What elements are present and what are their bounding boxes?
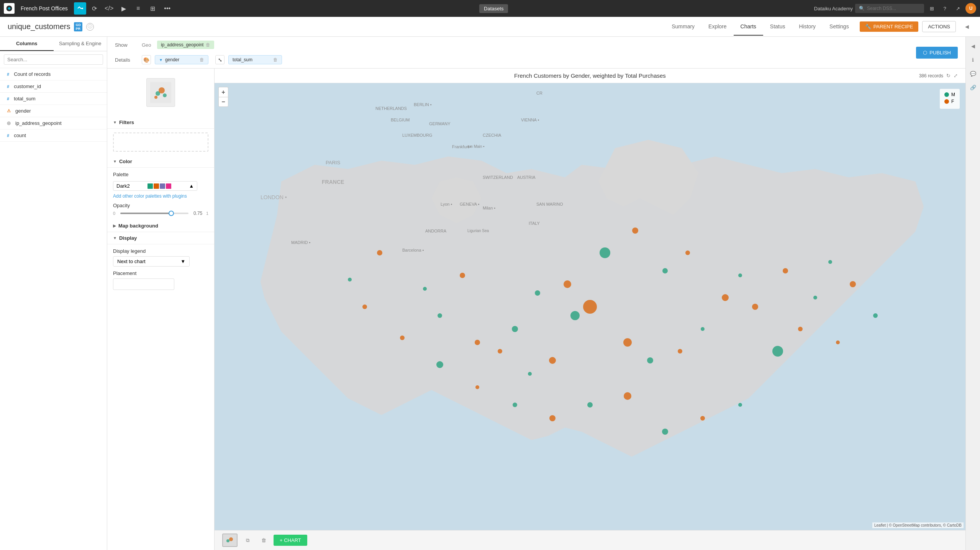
publish-icon: ⬡ — [923, 50, 927, 56]
zoom-out-button[interactable]: − — [218, 97, 228, 107]
publish-button[interactable]: ⬡ PUBLISH — [916, 47, 958, 59]
help-icon[interactable]: ? — [939, 3, 950, 14]
collapse-right-icon[interactable]: ◀ — [962, 21, 972, 32]
trash-icon[interactable]: 🗑 — [206, 42, 210, 47]
jobs-icon[interactable]: ≡ — [132, 2, 144, 15]
chart-main: French Customers by Gender, weighted by … — [215, 69, 965, 550]
chart-thumbnail[interactable] — [146, 78, 175, 107]
map-background-section-header[interactable]: ▶ Map background — [107, 220, 214, 232]
dataset-title: unique_customers — [8, 22, 70, 31]
size-field-tag[interactable]: total_sum 🗑 — [228, 55, 282, 64]
color-label: Color — [119, 159, 132, 164]
geo-icon: ◎ — [5, 120, 12, 126]
svg-point-10 — [229, 537, 233, 541]
filters-section-header[interactable]: ▼ Filters — [107, 116, 214, 129]
list-item[interactable]: ⚠ gender — [0, 105, 107, 117]
zoom-controls: + − — [218, 87, 228, 107]
trend-icon[interactable]: ↗ — [952, 3, 963, 14]
palette-name: Dark2 — [116, 183, 130, 189]
attribution-text: Leaflet | © OpenStreetMap contributors, … — [874, 523, 962, 527]
opacity-slider-container: 0 0.75 1 — [113, 211, 208, 216]
opacity-row: Opacity 0 0.75 1 — [113, 203, 208, 216]
column-name: count — [14, 133, 26, 138]
legend-item-f: F — [944, 99, 955, 104]
color-swatch — [154, 183, 159, 189]
transform-icon[interactable]: ⟳ — [88, 2, 101, 15]
delete-chart-icon[interactable]: 🗑 — [257, 534, 270, 547]
opacity-thumb[interactable] — [169, 211, 174, 216]
tab-columns[interactable]: Columns — [0, 37, 54, 51]
list-item[interactable]: # customer_id — [0, 80, 107, 93]
chart-settings-panel: ▼ Filters ▼ Color Palette Dark2 — [107, 69, 215, 550]
list-item[interactable]: ◎ ip_address_geopoint — [0, 117, 107, 129]
tab-sampling[interactable]: Sampling & Engine — [54, 37, 107, 51]
screens-icon[interactable]: ⊞ — [147, 2, 159, 15]
palette-row: Palette — [113, 172, 208, 177]
recipe-icon: 🔧 — [865, 24, 871, 29]
more-icon[interactable]: ••• — [161, 2, 174, 15]
add-chart-button[interactable]: + CHART — [274, 535, 307, 546]
chart-config-bar: Show Geo ip_address_geopoint 🗑 Details 🎨… — [107, 37, 965, 69]
map-svg — [215, 83, 965, 530]
tab-history[interactable]: History — [792, 18, 823, 36]
copy-chart-icon[interactable]: ⧉ — [241, 534, 254, 547]
datasets-button[interactable]: Datasets — [479, 4, 508, 13]
avatar[interactable]: U — [965, 3, 976, 14]
column-name: Count of records — [14, 71, 51, 77]
trash-icon[interactable]: 🗑 — [200, 57, 204, 62]
color-field-tag[interactable]: ▼ gender 🗑 — [155, 55, 208, 64]
run-icon[interactable]: ▶ — [118, 2, 130, 15]
display-section-header[interactable]: ▼ Display — [107, 232, 214, 244]
add-palette-link[interactable]: Add other color palettes with plugins — [113, 193, 187, 199]
palette-colors — [147, 183, 171, 189]
tab-summary[interactable]: Summary — [665, 18, 701, 36]
right-panel-icon-4[interactable]: 🔗 — [968, 82, 978, 93]
fullscreen-icon[interactable]: ⤢ — [954, 73, 958, 79]
map-container[interactable]: NETHERLANDS BERLIN • BELGIUM GERMANY LUX… — [215, 83, 965, 530]
warning-icon: ⚠ — [5, 108, 12, 114]
svg-point-6 — [154, 96, 157, 99]
search-input[interactable] — [867, 6, 921, 11]
opacity-slider[interactable] — [120, 213, 188, 214]
code-icon[interactable]: </> — [103, 2, 115, 15]
trash-icon[interactable]: 🗑 — [273, 57, 278, 62]
app-logo[interactable] — [4, 3, 15, 14]
chevron-down-icon: ▼ — [180, 259, 185, 264]
svg-point-5 — [163, 93, 167, 97]
refresh-icon[interactable]: ↻ — [946, 73, 951, 79]
tab-charts[interactable]: Charts — [734, 18, 763, 36]
tab-settings[interactable]: Settings — [823, 18, 856, 36]
filter-drop-zone — [113, 133, 208, 152]
details-row: Details 🎨 ▼ gender 🗑 ⤡ total_sum 🗑 — [115, 55, 908, 64]
grid-icon[interactable]: ⊞ — [926, 3, 937, 14]
palette-selector[interactable]: Dark2 ▲ — [113, 181, 197, 191]
info-icon[interactable]: ⓘ — [86, 23, 94, 31]
chart-thumbnail-small[interactable] — [222, 534, 238, 547]
geo-label: Geo — [142, 42, 153, 48]
geo-field-tag[interactable]: ip_address_geopoint 🗑 — [157, 41, 214, 49]
list-item[interactable]: # count — [0, 129, 107, 142]
placement-selector[interactable] — [113, 278, 174, 290]
chevron-down-icon: ▲ — [189, 183, 194, 189]
zoom-in-button[interactable]: + — [218, 87, 228, 97]
legend-color-f — [944, 99, 949, 104]
right-panel-icon-3[interactable]: 💬 — [968, 68, 978, 79]
gdpr-badge: GDPR — [74, 22, 82, 31]
display-legend-label: Display legend — [113, 248, 208, 254]
color-mode-icon[interactable]: 🎨 — [142, 55, 151, 64]
flow-icon[interactable] — [74, 2, 86, 15]
tab-explore[interactable]: Explore — [701, 18, 733, 36]
right-panel-icon-1[interactable]: ◀ — [968, 41, 978, 51]
color-section-header[interactable]: ▼ Color — [107, 156, 214, 168]
parent-recipe-button[interactable]: 🔧 PARENT RECIPE — [860, 21, 919, 32]
sidebar-search-input[interactable] — [4, 54, 103, 65]
list-item[interactable]: # total_sum — [0, 93, 107, 105]
svg-point-4 — [159, 87, 165, 93]
legend-position-selector[interactable]: Next to chart ▼ — [113, 256, 190, 267]
right-panel-icon-2[interactable]: ℹ — [968, 54, 978, 65]
tab-status[interactable]: Status — [763, 18, 792, 36]
list-item[interactable]: # Count of records — [0, 68, 107, 80]
actions-button[interactable]: ACTIONS — [922, 21, 956, 32]
size-mode-icon[interactable]: ⤡ — [215, 55, 225, 64]
search-box[interactable]: 🔍 — [855, 4, 924, 13]
